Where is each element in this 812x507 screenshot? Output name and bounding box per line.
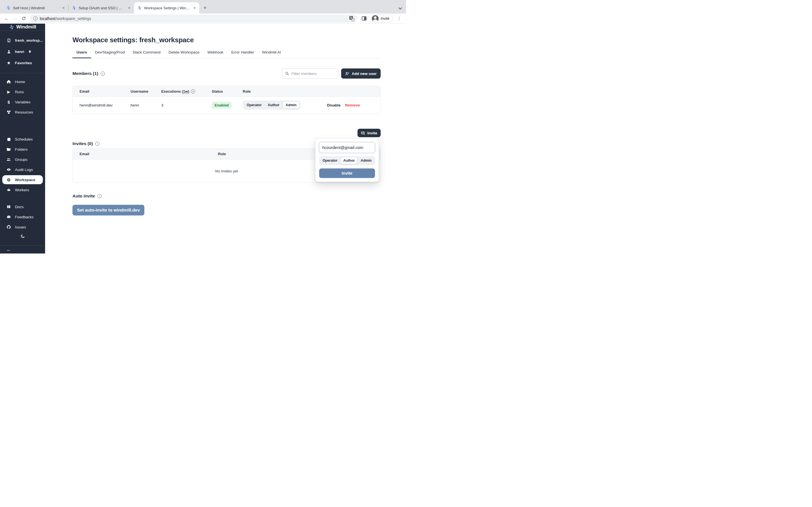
browser-tab-2[interactable]: Setup OAuth and SSO | Windm × <box>68 2 134 13</box>
info-icon[interactable] <box>95 142 100 146</box>
members-table: Email Username Executions (1w) Status Ro… <box>72 86 380 114</box>
tab-windmill-ai[interactable]: Windmill AI <box>258 48 285 58</box>
invite-role-toggle: Operator Author Admin <box>319 156 375 165</box>
sidebar-item-workspace[interactable]: ⚙ Workspace <box>2 175 43 184</box>
set-auto-invite-button[interactable]: Set auto-invite to windmill.dev <box>72 205 144 216</box>
tab-delete-workspace[interactable]: Delete Workspace <box>164 48 203 58</box>
windmill-favicon <box>72 6 77 10</box>
info-icon[interactable] <box>101 71 105 76</box>
browser-chrome: Self Host | Windmill × Setup OAuth and S… <box>0 0 406 24</box>
folder-icon <box>6 147 11 152</box>
sidebar-item-runs[interactable]: ▶ Runs <box>0 87 45 97</box>
invite-email-input[interactable] <box>319 142 375 153</box>
sidebar-item-docs[interactable]: Docs <box>0 202 45 212</box>
address-bar[interactable]: localhost/workspace_settings GT <box>30 15 357 22</box>
page-info-icon[interactable] <box>33 16 38 20</box>
translate-icon[interactable]: GT <box>349 16 354 21</box>
close-icon[interactable]: × <box>192 5 197 10</box>
robot-icon <box>6 187 11 192</box>
sidebar-item-audit-logs[interactable]: Audit Logs <box>0 165 45 175</box>
sidebar-item-workspace-switcher[interactable]: fresh_worksp... <box>0 35 45 46</box>
filter-members-input[interactable] <box>291 71 336 76</box>
invite-button[interactable]: Invite <box>357 129 380 137</box>
sidebar: Windmill fresh_worksp... henri ♛ ★ Favor… <box>0 24 45 253</box>
github-icon <box>6 225 11 229</box>
members-heading: Members (1) <box>72 71 98 76</box>
tab-users[interactable]: Users <box>72 48 91 58</box>
tab-dev-staging-prod[interactable]: Dev/Staging/Prod <box>91 48 129 58</box>
page-title: Workspace settings: fresh_workspace <box>72 36 380 44</box>
sidebar-item-user[interactable]: henri ♛ <box>0 46 45 57</box>
new-tab-button[interactable]: + <box>201 4 209 12</box>
browser-tab-active[interactable]: Workspace Settings | Windmill × <box>134 2 199 13</box>
role-operator[interactable]: Operator <box>244 101 265 109</box>
disable-button[interactable]: Disable <box>327 103 341 107</box>
windmill-logo[interactable]: Windmill <box>0 24 45 31</box>
tab-error-handler[interactable]: Error Handler <box>227 48 258 58</box>
member-row: henri@windmill.dev henri 3 Enabled Opera… <box>73 97 380 114</box>
tab-webhook[interactable]: Webhook <box>203 48 227 58</box>
tab-title: Setup OAuth and SSO | Windm <box>79 6 124 10</box>
sidebar-item-folders[interactable]: Folders <box>0 144 45 154</box>
col-executions: Executions (1w) <box>161 89 212 94</box>
browser-tab-1[interactable]: Self Host | Windmill × <box>3 2 68 13</box>
browser-menu-icon[interactable]: ⋮ <box>395 16 403 21</box>
member-executions: 3 <box>161 103 212 107</box>
calendar-icon <box>6 137 11 142</box>
dark-mode-toggle[interactable] <box>20 234 25 238</box>
windmill-favicon <box>6 6 11 10</box>
url-host: localhost <box>40 16 55 21</box>
windmill-favicon <box>137 6 142 10</box>
sidebar-item-home[interactable]: Home <box>0 76 45 87</box>
eye-icon <box>6 167 11 172</box>
profile-name: Invité <box>380 16 389 20</box>
role-author[interactable]: Author <box>265 101 283 109</box>
role-toggle: Operator Author Admin <box>243 101 301 110</box>
close-icon[interactable]: × <box>61 5 66 10</box>
sidebar-item-favorites[interactable]: ★ Favorites <box>0 57 45 68</box>
windmill-logo-icon <box>9 24 14 30</box>
add-new-user-button[interactable]: Add new user <box>341 68 380 78</box>
remove-button[interactable]: Remove <box>345 103 360 107</box>
sidebar-item-groups[interactable]: Groups <box>0 154 45 165</box>
url-path: /workspace_settings <box>55 16 91 21</box>
role-operator[interactable]: Operator <box>320 157 340 164</box>
role-admin[interactable]: Admin <box>283 101 300 109</box>
close-icon[interactable]: × <box>126 5 132 10</box>
sidebar-item-resources[interactable]: Resources <box>0 107 45 117</box>
brand-name: Windmill <box>16 24 36 30</box>
user-plus-icon <box>345 71 349 76</box>
filter-members-box <box>282 68 339 78</box>
status-badge: Enabled <box>212 102 232 109</box>
sidebar-item-variables[interactable]: $ Variables <box>0 97 45 107</box>
sidebar-item-workers[interactable]: Workers <box>0 185 45 195</box>
sidebar-item-feedbacks[interactable]: Feedbacks <box>0 212 45 222</box>
play-icon: ▶ <box>6 90 11 94</box>
info-icon[interactable] <box>191 89 195 94</box>
admin-crown-icon: ♛ <box>29 50 31 54</box>
profile-avatar-icon <box>372 15 378 22</box>
reload-button[interactable] <box>20 15 28 22</box>
sidebar-item-schedules[interactable]: Schedules <box>0 134 45 144</box>
invite-submit-button[interactable]: Invite <box>319 168 375 178</box>
side-panel-icon[interactable] <box>362 16 366 20</box>
collapse-sidebar-icon[interactable]: ← <box>6 247 11 252</box>
role-author[interactable]: Author <box>341 157 357 164</box>
browser-profile-button[interactable]: Invité <box>371 15 393 22</box>
role-admin[interactable]: Admin <box>358 157 374 164</box>
workspace-name: fresh_worksp... <box>15 38 43 43</box>
moon-icon <box>21 235 24 238</box>
invite-popover: Operator Author Admin Invite <box>315 138 379 182</box>
col-role: Role <box>243 89 324 94</box>
back-button[interactable]: ← <box>3 15 11 22</box>
col-status: Status <box>212 89 243 94</box>
info-icon[interactable] <box>98 194 102 198</box>
main-content: Workspace settings: fresh_workspace User… <box>45 24 406 253</box>
members-table-header: Email Username Executions (1w) Status Ro… <box>73 86 380 97</box>
tab-strip: Self Host | Windmill × Setup OAuth and S… <box>0 0 406 13</box>
cubes-icon <box>6 110 11 114</box>
forward-button[interactable]: → <box>11 15 19 22</box>
tab-slack-command[interactable]: Slack Command <box>129 48 164 58</box>
sidebar-item-issues[interactable]: Issues <box>0 222 45 232</box>
tab-search-chevron-icon[interactable] <box>398 7 402 10</box>
